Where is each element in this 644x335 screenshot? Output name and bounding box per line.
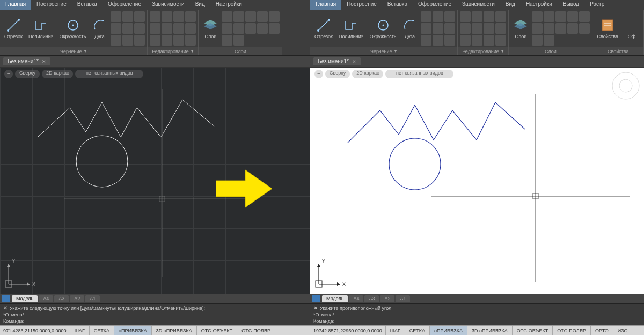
tool-icon[interactable] xyxy=(484,35,494,46)
panel-label-edit[interactable]: Редактирование▼ xyxy=(148,47,198,55)
view-minus[interactable]: − xyxy=(314,70,323,78)
tool-Окружность[interactable]: Окружность xyxy=(57,17,89,40)
tool-icon[interactable] xyxy=(472,35,482,46)
tool-icon[interactable] xyxy=(185,23,196,34)
layout-tab-A2[interactable]: A2 xyxy=(70,295,84,302)
view-pill-wire[interactable]: 2D-каркас xyxy=(352,70,383,78)
tool-icon[interactable] xyxy=(245,23,256,34)
menu-Зависимости[interactable]: Зависимости xyxy=(147,0,190,10)
tool-Отрезок[interactable]: Отрезок xyxy=(2,17,25,40)
tool-icon[interactable] xyxy=(173,11,184,22)
view-pill-wire[interactable]: 2D-каркас xyxy=(42,70,73,78)
tool-icon[interactable] xyxy=(544,35,554,46)
view-pill-top[interactable]: Сверху xyxy=(15,70,40,78)
tool-icon[interactable] xyxy=(122,35,133,46)
status-ИЗО[interactable]: ИЗО xyxy=(613,326,632,335)
tool-layers[interactable]: Слои xyxy=(511,17,530,40)
tool-icon[interactable] xyxy=(222,35,232,46)
tool-icon[interactable] xyxy=(233,23,244,34)
layout-tab-A3[interactable]: A3 xyxy=(54,295,69,302)
tool-icon[interactable] xyxy=(484,23,494,34)
layout-tab-A3[interactable]: A3 xyxy=(364,295,379,302)
tool-icon[interactable] xyxy=(532,23,543,34)
tool-layers[interactable]: Слои xyxy=(201,17,220,40)
status-ОРТО[interactable]: ОРТО xyxy=(590,326,613,335)
menu-Построение[interactable]: Построение xyxy=(341,0,382,10)
panel-label-props[interactable]: Свойства xyxy=(592,47,643,55)
tool-icon[interactable] xyxy=(173,35,184,46)
tool-icon[interactable] xyxy=(134,35,145,46)
panel-label-draw[interactable]: Черчение▼ xyxy=(310,47,457,55)
tool-Отрезок[interactable]: Отрезок xyxy=(312,17,335,40)
status-ОТС-ПОЛЯР[interactable]: ОТС-ПОЛЯР xyxy=(237,326,275,335)
status-ОТС-ОБЪЕКТ[interactable]: ОТС-ОБЪЕКТ xyxy=(196,326,237,335)
tool-icon[interactable] xyxy=(185,11,196,22)
tool-Окружность[interactable]: Окружность xyxy=(368,17,399,40)
close-icon[interactable]: ✕ xyxy=(352,59,356,64)
tool-of[interactable]: Оф xyxy=(622,17,641,40)
tool-icon[interactable] xyxy=(444,23,455,34)
status-3D оПРИВЯЗКА[interactable]: 3D оПРИВЯЗКА xyxy=(151,326,196,335)
cmd-close-icon[interactable]: ✕ xyxy=(3,305,8,311)
tool-Дуга[interactable]: Дуга xyxy=(90,17,109,40)
layout-tab-A1[interactable]: A1 xyxy=(85,295,100,302)
tool-icon[interactable] xyxy=(185,35,196,46)
status-оПРИВЯЗКА[interactable]: оПРИВЯЗКА xyxy=(429,326,467,335)
tool-icon[interactable] xyxy=(472,11,482,22)
command-line-right[interactable]: ✕ Укажите противоположный угол: *Отмена*… xyxy=(310,303,644,325)
view-pill-linked[interactable]: --- нет связанных видов --- xyxy=(75,70,143,78)
menu-Настройки[interactable]: Настройки xyxy=(521,0,558,10)
status-ШАГ[interactable]: ШАГ xyxy=(70,326,89,335)
tool-icon[interactable] xyxy=(150,35,160,46)
tool-icon[interactable] xyxy=(532,35,543,46)
tool-icon[interactable] xyxy=(162,35,172,46)
cmd-close-icon[interactable]: ✕ xyxy=(313,305,318,311)
tool-icon[interactable] xyxy=(433,35,443,46)
tool-icon[interactable] xyxy=(433,23,443,34)
tool-icon[interactable] xyxy=(555,11,566,22)
menu-Вставка[interactable]: Вставка xyxy=(72,0,103,10)
menu-Построение[interactable]: Построение xyxy=(31,0,72,10)
view-minus[interactable]: − xyxy=(4,70,13,78)
tool-icon[interactable] xyxy=(111,11,121,22)
tool-icon[interactable] xyxy=(433,11,443,22)
tool-icon[interactable] xyxy=(111,35,121,46)
menu-Вид[interactable]: Вид xyxy=(500,0,521,10)
menu-Главная[interactable]: Главная xyxy=(310,0,341,10)
drawing-canvas-dark[interactable]: − Сверху 2D-каркас --- нет связанных вид… xyxy=(0,68,310,294)
menu-Оформление[interactable]: Оформление xyxy=(103,0,147,10)
layout-tab-A4[interactable]: A4 xyxy=(39,295,53,302)
doc-tab[interactable]: Без имени1*✕ xyxy=(313,57,361,65)
tool-icon[interactable] xyxy=(421,11,431,22)
tool-icon[interactable] xyxy=(134,23,145,34)
tool-icon[interactable] xyxy=(567,11,578,22)
layout-tab-Модель[interactable]: Модель xyxy=(322,295,348,302)
tool-icon[interactable] xyxy=(460,35,471,46)
tool-icon[interactable] xyxy=(222,23,232,34)
status-3D оПРИВЯЗКА[interactable]: 3D оПРИВЯЗКА xyxy=(467,326,512,335)
tool-icon[interactable] xyxy=(421,23,431,34)
tool-icon[interactable] xyxy=(150,11,160,22)
tool-icon[interactable] xyxy=(134,11,145,22)
tool-props[interactable]: Свойства xyxy=(595,17,620,40)
tool-icon[interactable] xyxy=(472,23,482,34)
layout-tab-A1[interactable]: A1 xyxy=(396,295,410,302)
status-ОТС-ПОЛЯР[interactable]: ОТС-ПОЛЯР xyxy=(552,326,590,335)
status-СЕТКА[interactable]: СЕТКА xyxy=(405,326,429,335)
panel-label-layers[interactable]: Слои xyxy=(509,47,592,55)
tool-icon[interactable] xyxy=(567,23,578,34)
panel-label-draw[interactable]: Черчение▼ xyxy=(0,47,147,55)
status-ШАГ[interactable]: ШАГ xyxy=(385,326,405,335)
tool-icon[interactable] xyxy=(122,11,133,22)
menu-Вид[interactable]: Вид xyxy=(190,0,210,10)
menu-Вывод[interactable]: Вывод xyxy=(558,0,584,10)
tool-icon[interactable] xyxy=(495,11,506,22)
tool-icon[interactable] xyxy=(245,11,256,22)
menu-Главная[interactable]: Главная xyxy=(0,0,31,10)
menu-Оформление[interactable]: Оформление xyxy=(413,0,457,10)
panel-label-edit[interactable]: Редактирование▼ xyxy=(458,47,508,55)
tool-icon[interactable] xyxy=(544,23,554,34)
view-pill-top[interactable]: Сверху xyxy=(325,70,350,78)
tool-icon[interactable] xyxy=(495,35,506,46)
tool-icon[interactable] xyxy=(162,23,172,34)
